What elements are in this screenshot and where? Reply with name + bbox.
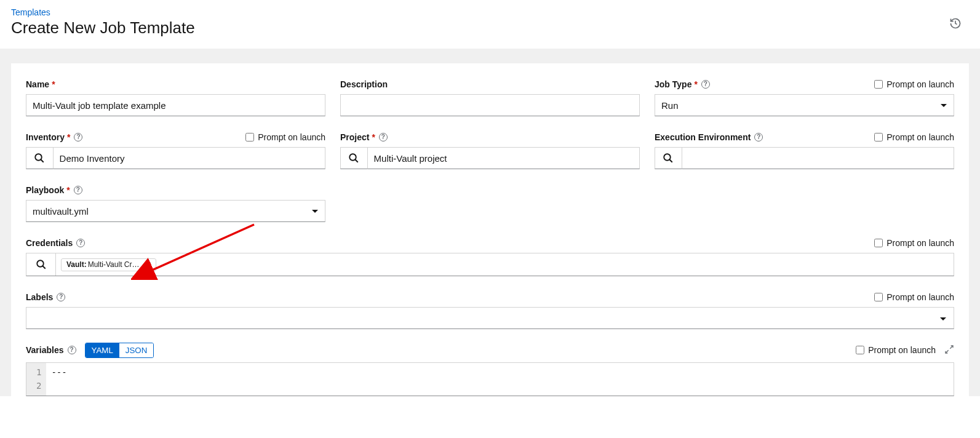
project-input[interactable] bbox=[367, 147, 640, 169]
credentials-input-area[interactable]: Vault: Multi-Vault Cre... ✕ bbox=[26, 253, 954, 276]
help-icon[interactable]: ? bbox=[379, 133, 388, 141]
breadcrumb-templates[interactable]: Templates bbox=[11, 7, 50, 17]
help-icon[interactable]: ? bbox=[754, 133, 763, 141]
field-variables: Variables ? YAML JSON Prompt on launch bbox=[26, 344, 954, 396]
field-name: Name* bbox=[26, 78, 325, 116]
chip-remove-icon[interactable]: ✕ bbox=[144, 260, 153, 269]
help-icon[interactable]: ? bbox=[57, 293, 65, 301]
inventory-lookup-button[interactable] bbox=[26, 147, 53, 169]
label-playbook: Playbook* ? bbox=[26, 185, 82, 195]
search-icon bbox=[348, 153, 359, 164]
prompt-labels[interactable]: Prompt on launch bbox=[874, 292, 954, 302]
inventory-input[interactable] bbox=[53, 147, 325, 169]
expand-icon[interactable] bbox=[944, 344, 954, 356]
job-type-select[interactable] bbox=[655, 94, 954, 116]
field-description: Description bbox=[340, 78, 640, 116]
page-title: Create New Job Template bbox=[11, 18, 969, 38]
label-job-type: Job Type* ? bbox=[655, 79, 710, 89]
help-icon[interactable]: ? bbox=[74, 133, 82, 141]
form-canvas: Name* Description Job Type* ? bbox=[0, 49, 980, 396]
variables-editor[interactable]: 12 --- bbox=[26, 362, 954, 396]
prompt-variables[interactable]: Prompt on launch bbox=[856, 345, 936, 355]
toggle-yaml[interactable]: YAML bbox=[86, 343, 119, 357]
label-inventory: Inventory* ? bbox=[26, 132, 82, 142]
help-icon[interactable]: ? bbox=[76, 239, 85, 247]
exec-env-input[interactable] bbox=[682, 147, 954, 169]
svg-point-2 bbox=[350, 154, 357, 161]
variables-format-toggle: YAML JSON bbox=[85, 343, 154, 358]
playbook-select[interactable] bbox=[26, 200, 325, 222]
svg-line-5 bbox=[670, 159, 673, 162]
prompt-job-type[interactable]: Prompt on launch bbox=[874, 79, 954, 89]
search-icon bbox=[663, 153, 674, 164]
label-variables: Variables ? YAML JSON bbox=[26, 343, 154, 358]
prompt-labels-checkbox[interactable] bbox=[874, 293, 883, 301]
prompt-credentials[interactable]: Prompt on launch bbox=[874, 238, 954, 248]
prompt-credentials-checkbox[interactable] bbox=[874, 239, 883, 247]
editor-content[interactable]: --- bbox=[46, 363, 71, 396]
prompt-exec-env[interactable]: Prompt on launch bbox=[874, 132, 954, 142]
project-lookup-button[interactable] bbox=[340, 147, 367, 169]
prompt-inventory-checkbox[interactable] bbox=[245, 133, 254, 141]
field-job-type: Job Type* ? Prompt on launch bbox=[655, 78, 954, 116]
help-icon[interactable]: ? bbox=[701, 80, 710, 89]
svg-line-9 bbox=[946, 350, 949, 353]
field-labels: Labels ? Prompt on launch bbox=[26, 291, 954, 329]
field-project: Project* ? bbox=[340, 131, 640, 169]
toggle-json[interactable]: JSON bbox=[119, 343, 154, 357]
label-description: Description bbox=[340, 79, 388, 89]
svg-point-6 bbox=[37, 260, 44, 267]
label-labels: Labels ? bbox=[26, 292, 65, 302]
svg-point-0 bbox=[36, 154, 42, 161]
page-header: Templates Create New Job Template bbox=[0, 0, 980, 49]
search-icon bbox=[34, 153, 45, 164]
exec-env-lookup-button[interactable] bbox=[655, 147, 682, 169]
prompt-exec-env-checkbox[interactable] bbox=[874, 133, 883, 141]
label-project: Project* ? bbox=[340, 132, 388, 142]
history-icon[interactable] bbox=[949, 17, 962, 30]
label-exec-env: Execution Environment ? bbox=[655, 132, 763, 142]
editor-gutter: 12 bbox=[26, 363, 46, 396]
field-exec-env: Execution Environment ? Prompt on launch bbox=[655, 131, 954, 169]
field-inventory: Inventory* ? Prompt on launch bbox=[26, 131, 325, 169]
svg-line-1 bbox=[41, 159, 44, 162]
prompt-variables-checkbox[interactable] bbox=[856, 346, 864, 354]
labels-select[interactable] bbox=[26, 307, 954, 329]
field-credentials: Credentials ? Prompt on launch Vault: Mu… bbox=[26, 237, 954, 276]
svg-point-4 bbox=[664, 154, 671, 161]
prompt-job-type-checkbox[interactable] bbox=[874, 80, 883, 89]
prompt-inventory[interactable]: Prompt on launch bbox=[245, 132, 325, 142]
name-input[interactable] bbox=[26, 94, 325, 116]
svg-line-8 bbox=[950, 346, 953, 349]
credentials-lookup-button[interactable] bbox=[26, 253, 56, 276]
field-playbook: Playbook* ? bbox=[26, 184, 325, 222]
label-credentials: Credentials ? bbox=[26, 238, 85, 248]
credential-chip: Vault: Multi-Vault Cre... ✕ bbox=[61, 258, 156, 271]
description-input[interactable] bbox=[340, 94, 640, 116]
help-icon[interactable]: ? bbox=[74, 186, 82, 194]
svg-line-7 bbox=[42, 266, 46, 269]
svg-line-3 bbox=[356, 159, 359, 162]
label-name: Name* bbox=[26, 79, 55, 89]
help-icon[interactable]: ? bbox=[68, 346, 76, 354]
search-icon bbox=[36, 259, 47, 270]
form-panel: Name* Description Job Type* ? bbox=[11, 63, 969, 396]
